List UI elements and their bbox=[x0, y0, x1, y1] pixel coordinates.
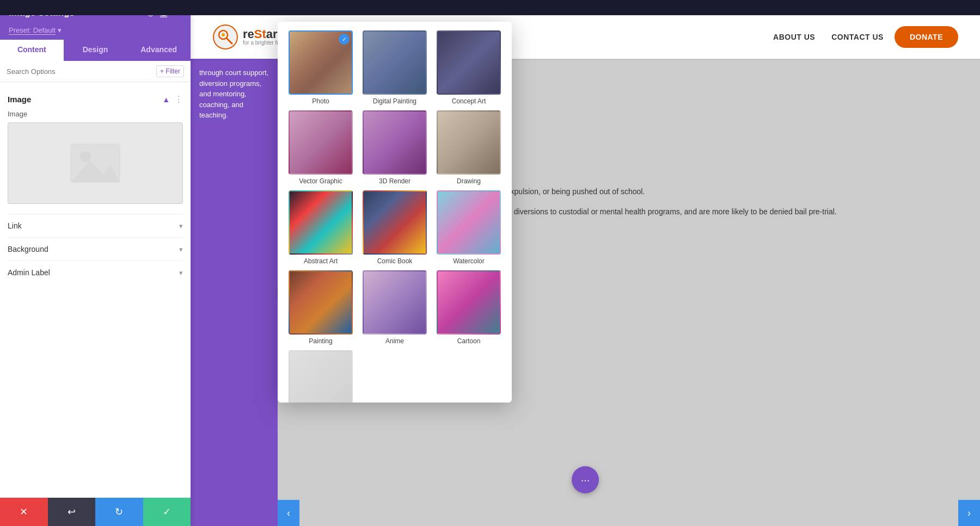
svg-point-7 bbox=[222, 33, 225, 36]
link-chevron: ▾ bbox=[179, 222, 183, 230]
picker-item-photo[interactable]: ✓Photo bbox=[286, 30, 355, 105]
nav-link-about[interactable]: ABOUT US bbox=[773, 33, 815, 41]
svg-point-4 bbox=[213, 25, 237, 49]
redo-button[interactable]: ↻ bbox=[95, 498, 143, 526]
picker-grid: ✓PhotoDigital PaintingConcept ArtVector … bbox=[286, 30, 503, 403]
image-section-title: Image bbox=[8, 95, 31, 104]
image-picker-modal: ✓PhotoDigital PaintingConcept ArtVector … bbox=[278, 22, 512, 403]
nav-link-contact[interactable]: CONTACT US bbox=[831, 33, 884, 41]
donate-button[interactable]: DONATE bbox=[895, 26, 958, 48]
nav-links: ABOUT US CONTACT US bbox=[773, 33, 884, 41]
picker-item-digital-painting[interactable]: Digital Painting bbox=[360, 30, 429, 105]
picker-item-3d-render[interactable]: 3D Render bbox=[360, 110, 429, 185]
image-section-menu[interactable]: ⋮ bbox=[174, 94, 183, 104]
fab-button[interactable]: ··· bbox=[572, 466, 599, 493]
picker-item-comic-book[interactable]: Comic Book bbox=[360, 190, 429, 265]
panel-search-bar: + Filter bbox=[0, 61, 191, 82]
left-strip-text: through court support, diversion program… bbox=[191, 59, 278, 129]
image-section-header: Image ▲ ⋮ bbox=[8, 94, 183, 104]
image-placeholder[interactable] bbox=[8, 122, 183, 204]
undo-button[interactable]: ↩ bbox=[48, 498, 96, 526]
picker-item-painting[interactable]: Painting bbox=[286, 270, 355, 345]
top-dark-bar bbox=[0, 0, 980, 15]
picker-item-concept-art[interactable]: Concept Art bbox=[434, 30, 503, 105]
image-sub-label: Image bbox=[8, 110, 183, 118]
filter-button[interactable]: + Filter bbox=[156, 65, 184, 77]
cancel-button[interactable]: ✕ bbox=[0, 498, 48, 526]
panel-tabs: Content Design Advanced bbox=[0, 40, 191, 61]
link-section-row[interactable]: Link ▾ bbox=[8, 214, 183, 237]
admin-label-label: Admin Label bbox=[8, 268, 50, 277]
picker-item-cartoon[interactable]: Cartoon bbox=[434, 270, 503, 345]
panel-preset[interactable]: Preset: Default ▾ bbox=[0, 24, 191, 40]
background-chevron: ▾ bbox=[179, 245, 183, 253]
admin-label-section-row[interactable]: Admin Label ▾ bbox=[8, 261, 183, 284]
blue-nav-right[interactable]: › bbox=[958, 500, 980, 526]
picker-item-abstract-art[interactable]: Abstract Art bbox=[286, 190, 355, 265]
picker-item-anime[interactable]: Anime bbox=[360, 270, 429, 345]
image-section-controls: ▲ ⋮ bbox=[162, 94, 183, 104]
left-panel: Image Settings ⊙ ▣ ⋯ Preset: Default ▾ C… bbox=[0, 0, 191, 526]
bottom-bar: ✕ ↩ ↻ ✓ bbox=[0, 498, 191, 526]
background-label: Background bbox=[8, 245, 48, 253]
background-section-row[interactable]: Background ▾ bbox=[8, 237, 183, 261]
picker-item-drawing[interactable]: Drawing bbox=[434, 110, 503, 185]
logo-svg bbox=[212, 24, 238, 50]
picker-item-watercolor[interactable]: Watercolor bbox=[434, 190, 503, 265]
picker-item-vector-graphic[interactable]: Vector Graphic bbox=[286, 110, 355, 185]
site-left-strip: through court support, diversion program… bbox=[191, 59, 278, 526]
search-input[interactable] bbox=[7, 67, 152, 76]
svg-point-2 bbox=[80, 151, 91, 162]
tab-content[interactable]: Content bbox=[0, 40, 64, 61]
blue-nav-left[interactable]: ‹ bbox=[278, 500, 299, 526]
picker-item-placeholder[interactable] bbox=[286, 350, 355, 403]
image-section-collapse[interactable]: ▲ bbox=[162, 95, 170, 104]
tab-advanced[interactable]: Advanced bbox=[127, 40, 191, 61]
panel-body: Image ▲ ⋮ Image Link ▾ Background ▾ bbox=[0, 82, 191, 503]
admin-label-chevron: ▾ bbox=[179, 269, 183, 277]
save-button[interactable]: ✓ bbox=[143, 498, 191, 526]
main-area: reStart for a brighter future ABOUT US C… bbox=[191, 0, 980, 526]
tab-design[interactable]: Design bbox=[64, 40, 127, 61]
link-label: Link bbox=[8, 221, 22, 230]
